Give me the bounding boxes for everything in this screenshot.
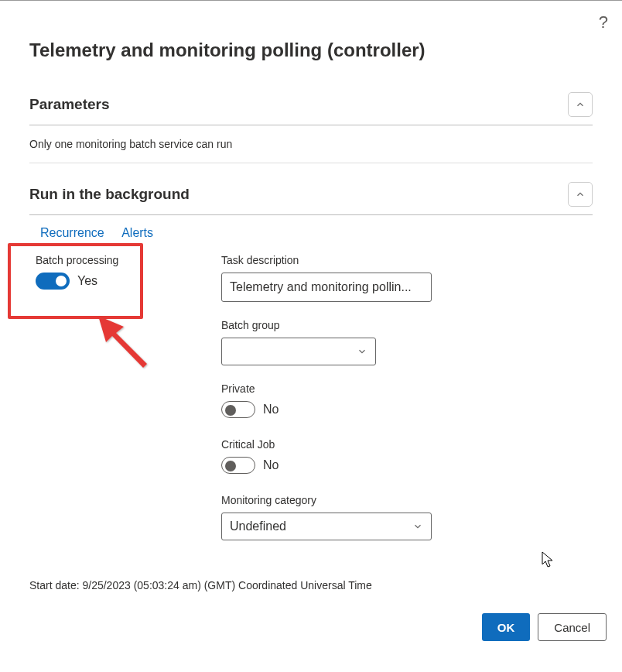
parameters-section-header: Parameters [29,84,593,125]
task-description-label: Task description [221,254,593,266]
help-icon[interactable]: ? [599,12,608,33]
background-section-header: Run in the background [29,174,593,215]
batch-processing-value: Yes [77,274,97,288]
alerts-link[interactable]: Alerts [121,226,153,239]
critical-job-label: Critical Job [221,438,593,451]
parameters-title: Parameters [29,96,110,113]
batch-processing-label: Batch processing [36,254,190,266]
monitoring-category-value: Undefined [230,519,286,533]
private-label: Private [221,382,593,395]
batch-processing-toggle[interactable] [36,273,70,290]
batch-group-label: Batch group [221,319,593,331]
monitoring-category-select[interactable]: Undefined [221,513,432,540]
collapse-parameters-button[interactable] [568,92,593,117]
batch-group-select[interactable] [221,338,376,365]
ok-button[interactable]: OK [482,613,531,641]
cursor-icon [542,551,555,568]
background-title: Run in the background [29,186,190,203]
parameters-info: Only one monitoring batch service can ru… [29,125,593,163]
chevron-up-icon [575,189,586,200]
collapse-background-button[interactable] [568,182,593,207]
recurrence-link[interactable]: Recurrence [40,226,104,239]
page-title: Telemetry and monitoring polling (contro… [29,39,593,61]
cancel-button[interactable]: Cancel [538,613,607,641]
private-toggle[interactable] [221,401,255,418]
task-description-input[interactable] [221,273,432,302]
critical-job-toggle[interactable] [221,457,255,474]
chevron-down-icon [412,521,423,532]
private-value: No [263,403,279,417]
chevron-down-icon [357,346,367,357]
critical-job-value: No [263,458,279,472]
sub-links: Recurrence Alerts [29,215,593,248]
chevron-up-icon [575,99,586,110]
monitoring-category-label: Monitoring category [221,494,593,506]
